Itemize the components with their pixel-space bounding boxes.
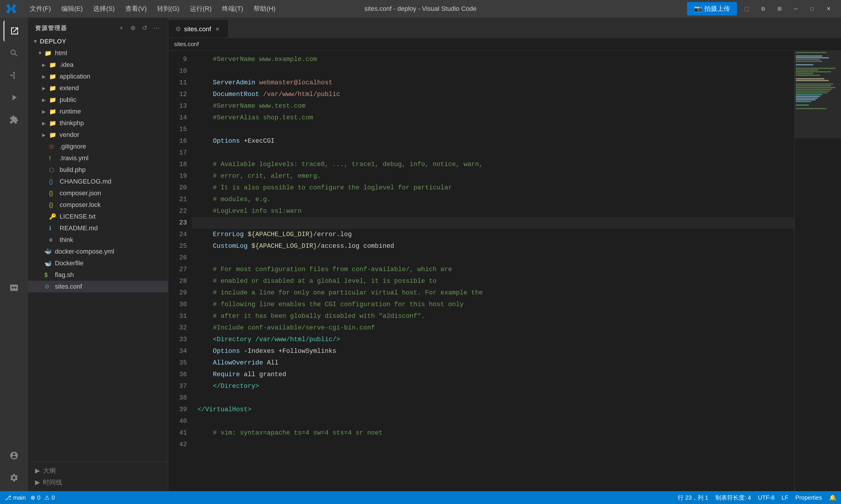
- tree-label: application: [59, 73, 90, 80]
- line-num: 30: [168, 299, 187, 310]
- chevron-right-icon: ▶: [35, 467, 40, 474]
- tree-label: flag.sh: [55, 271, 74, 279]
- upload-button[interactable]: 📷 拍摄上传: [687, 2, 737, 16]
- editor-area: ⚙ sites.conf ✕ sites.conf 9 10 11 12 13 …: [168, 18, 841, 491]
- tree-item-runtime[interactable]: ▶ 📁 runtime: [28, 106, 168, 117]
- activity-run-debug[interactable]: [3, 87, 24, 108]
- collapse-all-button[interactable]: ⋯: [152, 23, 161, 33]
- code-content[interactable]: #ServerName www.example.com ServerAdmin …: [192, 51, 794, 491]
- line-ending[interactable]: LF: [782, 494, 788, 501]
- source-control-status[interactable]: ⎇ main: [5, 494, 26, 501]
- maximize-button[interactable]: □: [805, 2, 819, 16]
- minimize-button[interactable]: ─: [789, 2, 803, 16]
- tree-item-public[interactable]: ▶ 📁 public: [28, 94, 168, 106]
- status-left: ⎇ main ⊗ 0 ⚠ 0: [5, 494, 55, 501]
- menu-select[interactable]: 选择(S): [88, 3, 119, 14]
- code-line: ServerAdmin webmaster@localhost: [192, 77, 794, 89]
- tree-item-readme[interactable]: ℹ README.md: [28, 222, 168, 234]
- code-line: # error, crit, alert, emerg.: [192, 170, 794, 182]
- titlebar-right: 📷 拍摄上传 ⬚ ⧉ ⊞ ─ □ ✕: [687, 2, 835, 16]
- tree-label: sites.conf: [55, 283, 82, 290]
- code-line: Require all granted: [192, 369, 794, 381]
- error-count[interactable]: ⊗ 0 ⚠ 0: [30, 494, 55, 501]
- tree-item-thinkphp[interactable]: ▶ 📁 thinkphp: [28, 117, 168, 129]
- menu-goto[interactable]: 转到(G): [153, 3, 184, 14]
- menu-edit[interactable]: 编辑(E): [57, 3, 87, 14]
- tree-item-flag-sh[interactable]: $ flag.sh: [28, 269, 168, 281]
- line-num: 17: [168, 147, 187, 159]
- tree-item-application[interactable]: ▶ 📁 application: [28, 71, 168, 82]
- position-text: 行 23，列 1: [678, 494, 708, 502]
- chevron-right-icon: ▶: [42, 97, 49, 103]
- grid-layout-button[interactable]: ⊞: [773, 2, 786, 16]
- activity-remote[interactable]: [3, 277, 24, 298]
- code-line: # vim: syntax=apache ts=4 sw=4 sts=4 sr …: [192, 427, 794, 439]
- svg-point-1: [13, 77, 15, 79]
- tree-item-changelog[interactable]: {} CHANGELOG.md: [28, 176, 168, 187]
- tree-item-build-php[interactable]: ⬡ build.php: [28, 164, 168, 176]
- tree-item-extend[interactable]: ▶ 📁 extend: [28, 82, 168, 94]
- activity-account[interactable]: [3, 445, 24, 466]
- language-mode[interactable]: Properties: [795, 494, 822, 501]
- notifications[interactable]: 🔔: [829, 494, 836, 501]
- tab-size[interactable]: 制表符长度: 4: [715, 494, 751, 502]
- tree-item-composer-json[interactable]: {} composer.json: [28, 187, 168, 199]
- activity-search[interactable]: [3, 42, 24, 64]
- tree-item-license[interactable]: 🔑 LICENSE.txt: [28, 211, 168, 222]
- code-line: Options +ExecCGI: [192, 136, 794, 147]
- breadcrumb-item[interactable]: sites.conf: [174, 41, 199, 48]
- refresh-button[interactable]: ↺: [140, 23, 149, 33]
- breadcrumb: sites.conf: [168, 38, 841, 51]
- code-editor[interactable]: 9 10 11 12 13 14 15 16 17 18 19 20 21 22…: [168, 51, 841, 491]
- tree-label: .travis.yml: [59, 155, 88, 162]
- menu-view[interactable]: 查看(V): [121, 3, 151, 14]
- menu-file[interactable]: 文件(F): [25, 3, 55, 14]
- tree-item-think[interactable]: ≡ think: [28, 234, 168, 246]
- menu-help[interactable]: 帮助(H): [249, 3, 280, 14]
- new-file-button[interactable]: +: [117, 23, 126, 33]
- tree-label: docker-compose.yml: [55, 248, 114, 255]
- bell-icon: 🔔: [829, 494, 836, 501]
- tree-item-dockerfile[interactable]: 🐋 Dockerfile: [28, 257, 168, 269]
- line-num: 15: [168, 124, 187, 136]
- code-line-current[interactable]: [192, 217, 794, 229]
- tree-label: CHANGELOG.md: [59, 178, 111, 185]
- encoding[interactable]: UTF-8: [758, 494, 775, 501]
- git-branch-icon: ⎇: [5, 494, 12, 501]
- split-editor-button[interactable]: ⧉: [756, 2, 770, 16]
- chevron-right-icon: ▶: [42, 132, 49, 138]
- close-button[interactable]: ✕: [822, 2, 835, 16]
- tree-label: composer.json: [59, 190, 101, 197]
- tree-item-travis[interactable]: ! .travis.yml: [28, 152, 168, 164]
- activity-settings[interactable]: [3, 467, 24, 488]
- line-num: 13: [168, 101, 187, 112]
- tree-item-vendor[interactable]: ▶ 📁 vendor: [28, 129, 168, 141]
- activity-extensions[interactable]: [3, 109, 24, 130]
- timeline-panel[interactable]: ▶ 时间线: [28, 476, 168, 488]
- tree-item-gitignore[interactable]: ⊙ .gitignore: [28, 141, 168, 152]
- tree-item-idea[interactable]: ▶ 📁 .idea: [28, 59, 168, 71]
- tree-label: html: [55, 49, 67, 57]
- menu-terminal[interactable]: 终端(T): [217, 3, 248, 14]
- code-line: #ServerName www.example.com: [192, 54, 794, 65]
- cursor-position[interactable]: 行 23，列 1: [678, 494, 708, 502]
- tree-item-sites-conf[interactable]: ⚙ sites.conf: [28, 281, 168, 292]
- menu-run[interactable]: 运行(R): [185, 3, 217, 14]
- outline-panel[interactable]: ▶ 大纲: [28, 465, 168, 476]
- tab-bar: ⚙ sites.conf ✕: [168, 18, 841, 38]
- conf-file-icon: ⚙: [45, 283, 53, 290]
- tree-item-docker-compose[interactable]: 🐳 docker-compose.yml: [28, 246, 168, 257]
- menu-bar: 文件(F) 编辑(E) 选择(S) 查看(V) 转到(G) 运行(R) 终端(T…: [25, 3, 280, 14]
- tree-item-composer-lock[interactable]: {} composer.lock: [28, 199, 168, 211]
- activity-source-control[interactable]: [3, 65, 24, 86]
- activity-explorer[interactable]: [3, 20, 24, 41]
- tree-item-html[interactable]: ▼ 📁 html: [28, 47, 168, 59]
- chevron-down-icon: ▼: [33, 38, 40, 44]
- line-num: 41: [168, 427, 187, 439]
- tab-sites-conf[interactable]: ⚙ sites.conf ✕: [168, 20, 228, 38]
- tab-close-button[interactable]: ✕: [214, 26, 221, 33]
- layout-toggle-button[interactable]: ⬚: [740, 2, 753, 16]
- tree-label: README.md: [59, 224, 98, 232]
- new-folder-button[interactable]: ⊕: [128, 23, 138, 33]
- tree-root-deploy[interactable]: ▼ DEPLOY: [28, 36, 168, 47]
